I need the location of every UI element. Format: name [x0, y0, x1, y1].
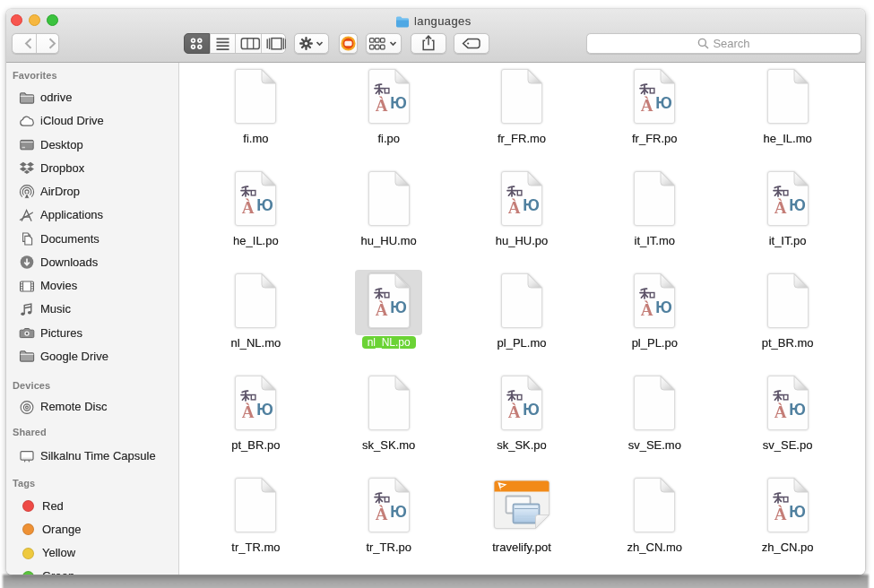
svg-text:À: À — [375, 96, 387, 115]
svg-text:Ю: Ю — [523, 196, 540, 214]
svg-text:Ю: Ю — [789, 196, 806, 214]
svg-text:À: À — [508, 402, 521, 421]
svg-text:Ю: Ю — [257, 401, 274, 419]
svg-text:À: À — [641, 300, 653, 319]
svg-text:À: À — [641, 96, 653, 115]
svg-text:Ю: Ю — [789, 401, 806, 419]
svg-text:À: À — [774, 505, 786, 523]
svg-text:Ю: Ю — [390, 94, 407, 112]
svg-text:Ю: Ю — [656, 94, 673, 112]
svg-text:Ю: Ю — [390, 298, 407, 316]
svg-text:Ю: Ю — [656, 298, 673, 316]
svg-text:À: À — [242, 402, 255, 421]
svg-text:À: À — [375, 300, 387, 319]
svg-text:Ю: Ю — [257, 196, 274, 214]
svg-text:À: À — [508, 198, 521, 217]
svg-text:Ю: Ю — [523, 401, 540, 419]
svg-text:Ю: Ю — [390, 503, 407, 521]
svg-text:À: À — [242, 198, 255, 217]
svg-text:À: À — [375, 505, 387, 523]
svg-text:À: À — [774, 198, 786, 217]
svg-text:À: À — [774, 402, 786, 421]
svg-text:Ю: Ю — [789, 503, 806, 521]
